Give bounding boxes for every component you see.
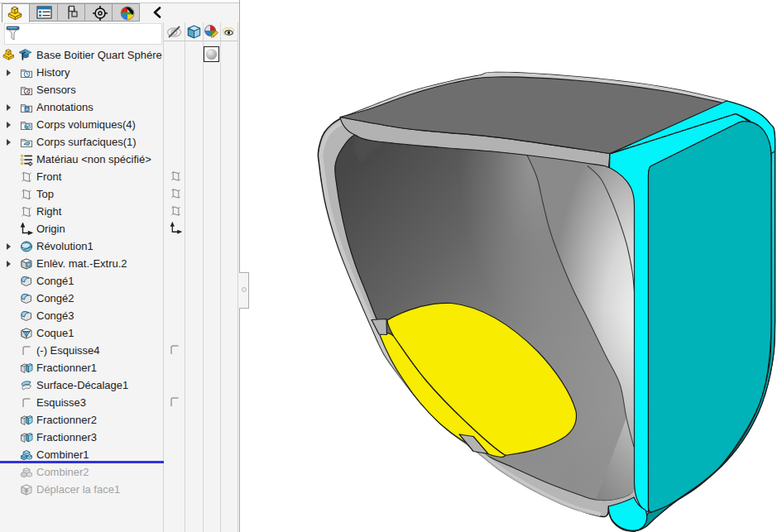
svg-text:A: A (26, 106, 29, 111)
